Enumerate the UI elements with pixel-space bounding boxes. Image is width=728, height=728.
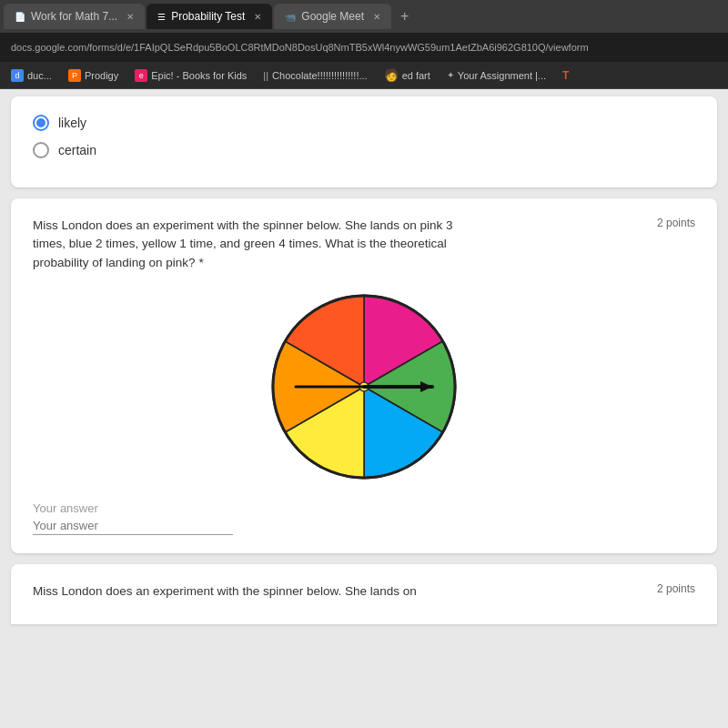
spinner-container	[33, 287, 695, 487]
card3-question-header: Miss London does an experiment with the …	[33, 582, 695, 601]
address-bar[interactable]: docs.google.com/forms/d/e/1FAIpQLSeRdpu5…	[0, 33, 728, 62]
bookmark-edfart-label: ed fart	[402, 70, 430, 81]
tab-probability-close[interactable]: ✕	[254, 12, 261, 22]
bookmark-epic-icon: e	[135, 69, 147, 82]
card3-question-text: Miss London does an experiment with the …	[33, 582, 417, 601]
bookmark-t-icon: T	[562, 69, 569, 82]
tab-probability[interactable]: ☰ Probability Test ✕	[147, 4, 272, 29]
bookmark-duc[interactable]: d duc...	[7, 67, 56, 84]
bookmark-t[interactable]: T	[559, 67, 572, 84]
bookmark-prodigy[interactable]: P Prodigy	[65, 67, 122, 84]
bookmark-assignment-label: Your Assignment |...	[458, 70, 546, 81]
answer-section: Your answer	[33, 501, 695, 535]
tab-probability-label: Probability Test	[171, 10, 245, 23]
radio-likely[interactable]	[33, 115, 49, 131]
bookmark-prodigy-icon: P	[68, 69, 81, 82]
tab-probability-icon: ☰	[157, 12, 166, 22]
answer-input[interactable]	[33, 517, 233, 535]
card3-points-badge: 2 points	[657, 582, 695, 595]
new-tab-button[interactable]: +	[393, 8, 416, 25]
tab-meet[interactable]: 📹 Google Meet ✕	[274, 4, 391, 29]
address-text: docs.google.com/forms/d/e/1FAIpQLSeRdpu5…	[11, 42, 589, 53]
bookmark-epic-label: Epic! - Books for Kids	[151, 70, 247, 81]
card-1: likely certain	[11, 96, 717, 187]
tab-meet-close[interactable]: ✕	[373, 12, 380, 22]
answer-label: Your answer	[33, 501, 695, 515]
bookmark-assignment-icon: ✦	[447, 70, 454, 80]
radio-certain[interactable]	[33, 142, 49, 158]
option-certain-label: certain	[58, 143, 96, 157]
points-badge: 2 points	[657, 217, 695, 229]
option-certain[interactable]: certain	[33, 142, 695, 158]
separator-icon: ||	[263, 70, 268, 81]
bookmark-duc-icon: d	[11, 69, 24, 82]
spinner-svg	[264, 287, 464, 487]
bookmark-epic[interactable]: e Epic! - Books for Kids	[131, 67, 250, 84]
tab-math-icon: 📄	[15, 12, 25, 22]
card-2: Miss London does an experiment with the …	[11, 198, 717, 553]
tab-math-label: Work for Math 7...	[31, 10, 117, 23]
bookmark-edfart-icon: 🧑	[384, 68, 399, 82]
tab-meet-label: Google Meet	[301, 10, 364, 23]
bookmarks-bar: d duc... P Prodigy e Epic! - Books for K…	[0, 62, 728, 89]
bookmark-edfart[interactable]: 🧑 ed fart	[380, 66, 434, 84]
bookmark-chocolate[interactable]: || Chocolate!!!!!!!!!!!!!!!...	[259, 68, 370, 83]
bookmark-prodigy-label: Prodigy	[85, 70, 118, 81]
option-likely[interactable]: likely	[33, 115, 695, 131]
bookmark-assignment[interactable]: ✦ Your Assignment |...	[443, 68, 550, 83]
tab-math[interactable]: 📄 Work for Math 7... ✕	[4, 4, 145, 29]
tab-bar: 📄 Work for Math 7... ✕ ☰ Probability Tes…	[0, 0, 728, 33]
tab-meet-icon: 📹	[285, 12, 296, 22]
question-text: Miss London does an experiment with the …	[33, 217, 488, 272]
page-content: likely certain Miss London does an exper…	[0, 89, 728, 728]
bookmark-chocolate-label: Chocolate!!!!!!!!!!!!!!!...	[272, 70, 368, 81]
browser-chrome: 📄 Work for Math 7... ✕ ☰ Probability Tes…	[0, 0, 728, 89]
option-likely-label: likely	[58, 116, 86, 130]
bookmark-duc-label: duc...	[27, 70, 52, 81]
question-header: Miss London does an experiment with the …	[33, 217, 695, 272]
tab-math-close[interactable]: ✕	[126, 12, 134, 22]
card-3-partial: Miss London does an experiment with the …	[11, 564, 717, 624]
answer-placeholder-text: Your answer	[33, 501, 98, 515]
